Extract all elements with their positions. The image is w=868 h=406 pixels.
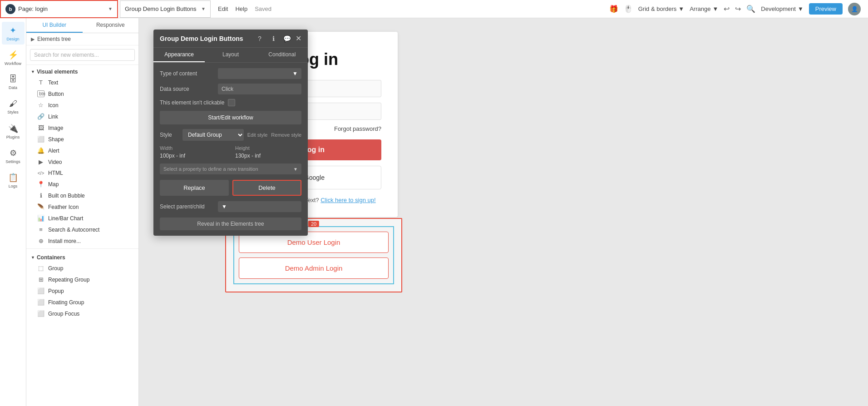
element-built-on-bubble[interactable]: ℹ Built on Bubble: [26, 190, 138, 201]
remove-style-action[interactable]: Remove style: [271, 132, 301, 138]
element-install-more[interactable]: ⊕ Install more...: [26, 235, 138, 247]
page-selector[interactable]: b Page: login ▼: [0, 0, 118, 18]
nav-data[interactable]: 🗄 Data: [2, 71, 25, 94]
not-clickable-checkbox[interactable]: [228, 99, 235, 106]
element-html-label: HTML: [48, 170, 63, 176]
visual-elements-section[interactable]: ▼ Visual elements: [26, 65, 138, 77]
nav-plugins[interactable]: 🔌 Plugins: [2, 120, 25, 143]
element-link[interactable]: 🔗 Link: [26, 111, 138, 122]
element-search-autocorrect[interactable]: ≡ Search & Autocorrect: [26, 224, 138, 235]
group-selector[interactable]: Group Demo Login Buttons ▼: [120, 0, 211, 18]
nav-logs[interactable]: 📋 Logs: [2, 169, 25, 192]
preview-button[interactable]: Preview: [809, 3, 843, 15]
containers-section[interactable]: ▼ Containers: [26, 251, 138, 262]
element-map[interactable]: 📍 Map: [26, 178, 138, 190]
props-chat-icon[interactable]: 💬: [282, 35, 292, 42]
props-info-icon[interactable]: ℹ: [268, 35, 278, 42]
elements-tree-label[interactable]: Elements tree: [37, 36, 71, 42]
props-tab-conditional[interactable]: Conditional: [256, 48, 308, 62]
element-popup[interactable]: ⬜ Popup: [26, 285, 138, 297]
undo-icon[interactable]: ↩: [724, 5, 730, 13]
data-source-select[interactable]: Click: [218, 84, 301, 94]
parent-child-select[interactable]: ▼: [218, 201, 301, 212]
element-shape[interactable]: ⬜ Shape: [26, 134, 138, 145]
props-title: Group Demo Login Buttons: [160, 35, 251, 42]
height-group: Height 130px - inf: [235, 145, 301, 159]
tab-responsive[interactable]: Responsive: [83, 18, 139, 33]
main-layout: ✦ Design ⚡ Workflow 🗄 Data 🖌 Styles 🔌 Pl…: [0, 18, 868, 406]
dev-chevron-icon: ▼: [798, 5, 804, 12]
icon-nav: ✦ Design ⚡ Workflow 🗄 Data 🖌 Styles 🔌 Pl…: [0, 18, 26, 406]
props-close-icon[interactable]: ✕: [296, 34, 301, 43]
element-feather-icon[interactable]: 🪶 Feather Icon: [26, 201, 138, 213]
edit-action[interactable]: Edit: [218, 5, 228, 12]
nav-workflow[interactable]: ⚡ Workflow: [2, 46, 25, 69]
redo-icon[interactable]: ↪: [735, 5, 741, 13]
demo-badge: 20: [308, 221, 319, 227]
element-floating-group[interactable]: ⬜ Floating Group: [26, 297, 138, 308]
props-tab-layout[interactable]: Layout: [205, 48, 256, 62]
group-focus-icon: ⬜: [37, 310, 44, 317]
user-avatar[interactable]: 👤: [848, 3, 861, 15]
element-install-more-label: Install more...: [48, 238, 81, 244]
element-repeating-group[interactable]: ⊞ Repeating Group: [26, 274, 138, 285]
edit-style-action[interactable]: Edit style: [247, 132, 268, 138]
nav-settings[interactable]: ⚙ Settings: [2, 144, 25, 167]
arrange-chevron-icon: ▼: [712, 5, 718, 12]
nav-design[interactable]: ✦ Design: [2, 22, 25, 45]
element-alert-label: Alert: [48, 148, 59, 154]
grid-borders-label: Grid & borders: [638, 5, 677, 12]
element-html[interactable]: </> HTML: [26, 168, 138, 178]
install-more-icon: ⊕: [37, 238, 44, 244]
element-video[interactable]: ▶ Video: [26, 156, 138, 168]
chart-icon: 📊: [37, 215, 44, 222]
transition-select[interactable]: Select a property to define a new transi…: [160, 163, 301, 174]
element-image[interactable]: 🖼 Image: [26, 122, 138, 134]
element-video-label: Video: [48, 159, 62, 165]
element-icon[interactable]: ☆ Icon: [26, 99, 138, 111]
elements-search-input[interactable]: [30, 49, 135, 61]
feather-icon: 🪶: [37, 203, 44, 210]
props-tabs: Appearance Layout Conditional: [153, 48, 308, 63]
style-label: Style: [160, 132, 182, 138]
nav-styles[interactable]: 🖌 Styles: [2, 95, 25, 118]
props-help-icon[interactable]: ?: [255, 35, 265, 42]
element-alert[interactable]: 🔔 Alert: [26, 145, 138, 156]
element-group[interactable]: ⬚ Group: [26, 262, 138, 274]
delete-button[interactable]: Delete: [232, 180, 301, 196]
tab-ui-builder[interactable]: UI Builder: [26, 18, 83, 33]
grid-borders-btn[interactable]: Grid & borders ▼: [638, 5, 684, 12]
element-button[interactable]: btn Button: [26, 88, 138, 99]
video-icon: ▶: [37, 158, 44, 165]
reveal-elements-tree-button[interactable]: Reveal in the Elements tree: [160, 218, 301, 230]
signup-link[interactable]: Click here to sign up!: [321, 197, 375, 203]
nav-workflow-label: Workflow: [5, 61, 21, 66]
search-icon[interactable]: 🔍: [746, 5, 755, 13]
style-select[interactable]: Default Group: [182, 129, 244, 141]
data-icon: 🗄: [9, 74, 17, 84]
start-edit-workflow-btn[interactable]: Start/Edit workflow: [160, 111, 301, 124]
saved-status: Saved: [255, 5, 271, 12]
development-btn[interactable]: Development ▼: [761, 5, 803, 12]
elements-panel: UI Builder Responsive ▶ Elements tree ▼ …: [26, 18, 139, 406]
type-of-content-select[interactable]: ▼: [218, 68, 301, 79]
not-clickable-label: This element isn't clickable: [160, 99, 224, 106]
cursor-icon[interactable]: 🖱️: [624, 5, 633, 13]
element-map-label: Map: [48, 181, 59, 188]
popup-icon: ⬜: [37, 287, 44, 294]
nav-settings-label: Settings: [5, 159, 20, 164]
help-action[interactable]: Help: [235, 5, 247, 12]
group-label: Group Demo Login Buttons: [125, 5, 198, 12]
element-text[interactable]: T Text: [26, 77, 138, 88]
workflow-icon: ⚡: [8, 50, 18, 60]
element-line-bar-chart[interactable]: 📊 Line/Bar Chart: [26, 213, 138, 224]
element-group-focus[interactable]: ⬜ Group Focus: [26, 308, 138, 319]
shape-icon: ⬜: [37, 136, 44, 143]
gift-icon[interactable]: 🎁: [609, 5, 618, 13]
demo-admin-login-button[interactable]: Demo Admin Login: [239, 257, 389, 279]
element-built-on-bubble-label: Built on Bubble: [48, 193, 85, 199]
replace-button[interactable]: Replace: [160, 180, 229, 196]
nav-data-label: Data: [9, 85, 17, 90]
arrange-btn[interactable]: Arrange ▼: [690, 5, 718, 12]
props-tab-appearance[interactable]: Appearance: [153, 48, 205, 62]
